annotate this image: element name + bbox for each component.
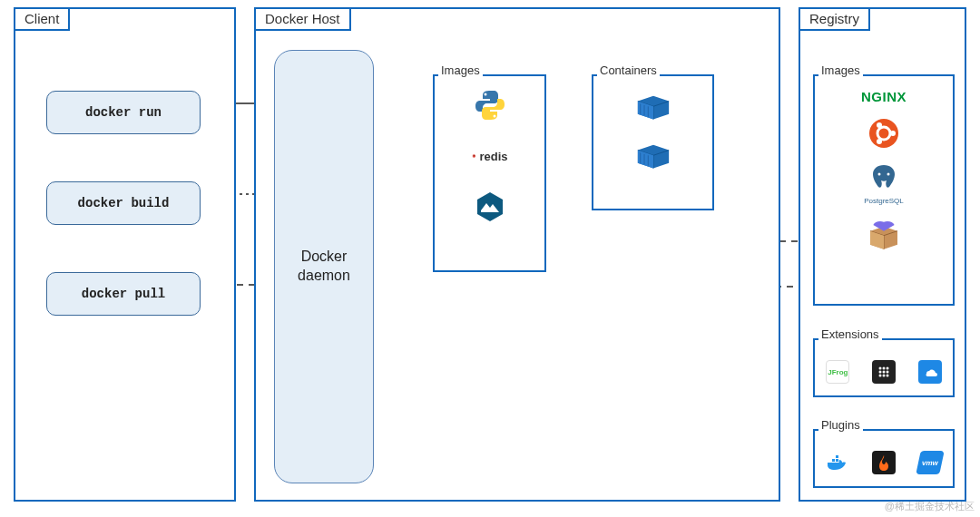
host-images-label: Images [438,63,483,77]
registry-extensions-box: Extensions JFrog [813,338,955,397]
svg-point-15 [877,139,882,144]
svg-point-20 [886,367,888,370]
cmd-docker-run: docker run [46,91,201,134]
registry-extensions-label: Extensions [818,327,882,341]
redis-label: redis [479,150,507,163]
registry-panel: Registry Images NGINX PostgreSQL Extensi… [799,7,966,502]
svg-point-10 [493,115,495,118]
svg-point-19 [882,367,885,370]
postgresql-label: PostgreSQL [864,197,904,205]
cmd-docker-build: docker build [46,181,201,225]
docker-daemon: Docker daemon [274,50,374,483]
watermark: @稀土掘金技术社区 [885,500,975,513]
registry-plugins-label: Plugins [818,418,863,432]
docker-host-title: Docker Host [254,7,351,31]
cmd-docker-pull: docker pull [46,272,201,316]
cloud-extension-icon [918,360,942,384]
svg-point-25 [882,375,885,377]
ubuntu-icon [866,115,902,151]
host-containers-label: Containers [597,63,660,77]
redis-icon: redis [472,138,508,174]
flame-plugin-icon [872,451,896,474]
svg-point-26 [886,375,888,377]
grid-extension-icon [872,360,896,384]
svg-point-9 [484,93,486,96]
registry-images-box: Images NGINX PostgreSQL [813,74,955,306]
client-panel: Client docker run docker build docker pu… [14,7,236,502]
client-title: Client [14,7,70,31]
registry-title: Registry [799,7,870,31]
nginx-icon: NGINX [861,89,906,104]
registry-images-label: Images [818,63,863,77]
host-images-box: Images redis [433,74,546,272]
svg-point-22 [882,371,885,374]
svg-point-14 [877,122,882,128]
vmw-plugin-icon: vmw [916,451,945,474]
postgresql-icon: PostgreSQL [864,162,904,205]
docker-daemon-label: Docker daemon [298,248,350,286]
svg-point-16 [877,173,880,176]
container-icon [635,138,671,174]
svg-point-18 [878,367,881,370]
container-icon [635,89,671,125]
alpine-icon [472,189,508,225]
jfrog-icon: JFrog [826,360,849,384]
host-containers-box: Containers [592,74,714,210]
docker-plugin-icon [826,451,849,474]
registry-plugins-box: Plugins vmw [813,429,955,488]
package-icon [866,216,902,252]
svg-point-17 [887,173,889,176]
svg-point-13 [890,131,896,136]
docker-host-panel: Docker Host Docker daemon Images redis C… [254,7,780,502]
svg-point-21 [878,371,881,374]
python-icon [472,87,508,123]
svg-point-23 [886,371,888,374]
svg-point-24 [878,375,881,377]
